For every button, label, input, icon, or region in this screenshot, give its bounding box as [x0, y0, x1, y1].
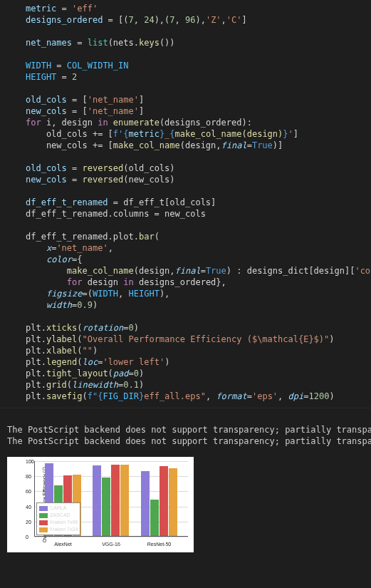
legend-item: Kraken 7x24	[39, 526, 78, 533]
output-cell: The PostScript backend does not support …	[0, 417, 371, 450]
x-tick-label: AlexNet	[54, 542, 72, 547]
bar	[150, 500, 159, 536]
x-tick-label: VGG-16	[102, 542, 120, 547]
bar	[141, 471, 150, 536]
legend-swatch	[39, 527, 48, 532]
bar	[160, 466, 168, 536]
output-warning: The PostScript backend does not support …	[7, 436, 371, 446]
y-tick-label: 40	[26, 504, 31, 509]
bar	[102, 478, 110, 536]
legend-swatch	[39, 513, 48, 518]
y-tick-label: 20	[26, 519, 31, 524]
code-cell: metric = 'eff' designs_ordered = [(7, 24…	[0, 0, 371, 408]
y-tick-label: 0	[26, 535, 28, 540]
legend-item: Kraken 7x96	[39, 519, 78, 526]
legend-label: Kraken 7x96	[50, 519, 78, 526]
output-warning: The PostScript backend does not support …	[7, 425, 371, 435]
legend-swatch	[39, 506, 48, 511]
code-token: metric	[26, 4, 56, 14]
legend-swatch	[39, 520, 48, 525]
bar	[120, 465, 129, 536]
x-tick-label: ResNet-50	[147, 542, 171, 547]
bar-group	[93, 465, 129, 536]
bar	[93, 465, 101, 536]
chart-legend: CARLAZASCADKraken 7x96Kraken 7x24	[36, 502, 80, 535]
legend-label: ZASCAD	[50, 512, 70, 519]
y-tick-label: 60	[26, 489, 31, 494]
bar	[169, 468, 177, 536]
legend-label: Kraken 7x24	[50, 526, 78, 533]
bar	[111, 465, 120, 536]
y-tick-label: 100	[26, 459, 34, 464]
legend-item: ZASCAD	[39, 512, 78, 519]
y-tick-label: 80	[26, 474, 31, 479]
cell-divider	[0, 408, 371, 417]
legend-item: CARLA	[39, 505, 78, 512]
bar-group	[141, 466, 177, 536]
legend-label: CARLA	[50, 505, 66, 512]
output-chart: Overall Performance Efficiency (ℰ) CARLA…	[7, 457, 194, 552]
